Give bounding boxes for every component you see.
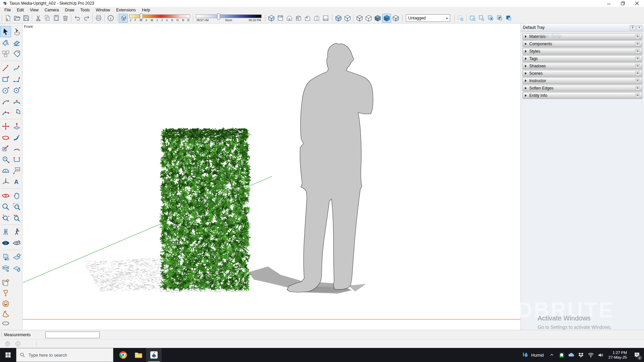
- menu-window[interactable]: Window: [93, 7, 113, 13]
- tool-three-d-text-button[interactable]: A: [11, 176, 22, 187]
- tool-extension-c-button[interactable]: [0, 262, 11, 274]
- view-iso-button[interactable]: [267, 14, 276, 23]
- help-info-icon[interactable]: [15, 341, 21, 347]
- tray-panel-soften-edges[interactable]: Soften Edges✕: [523, 85, 642, 92]
- tool-look-around-button[interactable]: [0, 237, 11, 248]
- tool-eraser-button[interactable]: [11, 37, 22, 48]
- tool-dimension-button[interactable]: [11, 154, 22, 165]
- dropbox-icon[interactable]: [577, 351, 585, 359]
- tool-make-component-button[interactable]: [0, 48, 11, 59]
- style-hidden-line-button[interactable]: [364, 14, 373, 23]
- tool-lasso-button[interactable]: [11, 26, 22, 37]
- plugin-ellipse-light-button[interactable]: [0, 319, 11, 329]
- minimize-button[interactable]: [602, 0, 616, 7]
- style-back-edges-button[interactable]: [343, 14, 352, 23]
- panel-close-icon[interactable]: ✕: [635, 94, 640, 98]
- menu-camera[interactable]: Camera: [42, 7, 62, 13]
- tool-rotate-button[interactable]: [0, 132, 11, 143]
- time-slider-thumb[interactable]: [217, 13, 220, 19]
- print-button[interactable]: [94, 14, 103, 23]
- chevron-up-icon[interactable]: [548, 351, 555, 359]
- tool-paint-bucket-button[interactable]: [0, 37, 11, 48]
- wifi-icon[interactable]: [587, 351, 594, 359]
- menu-tools[interactable]: Tools: [77, 7, 93, 13]
- tool-select-button[interactable]: [0, 26, 11, 37]
- panel-close-icon[interactable]: ✕: [635, 42, 640, 46]
- tray-panel-scenes[interactable]: Scenes✕: [523, 70, 642, 77]
- tray-panel-instructor[interactable]: Instructor✕: [523, 77, 642, 84]
- sel-nested-button[interactable]: [486, 14, 495, 23]
- tool-offset-button[interactable]: [11, 143, 22, 154]
- save-button[interactable]: [21, 14, 31, 23]
- view-left-button[interactable]: [312, 14, 321, 23]
- restore-button[interactable]: [616, 0, 630, 7]
- tool-follow-me-button[interactable]: [11, 132, 22, 143]
- tool-axes-button[interactable]: [0, 176, 11, 187]
- model-info-button[interactable]: [106, 14, 115, 23]
- close-button[interactable]: [630, 0, 644, 7]
- style-shaded-with-textures-button[interactable]: [382, 14, 391, 23]
- tray-panel-styles[interactable]: Styles✕: [523, 48, 642, 55]
- menu-edit[interactable]: Edit: [14, 7, 27, 13]
- tool-extension-d-button[interactable]: [11, 262, 22, 274]
- tool-three-point-arc-button[interactable]: [0, 107, 11, 118]
- tool-extension-b-button[interactable]: [11, 251, 22, 262]
- copy-button[interactable]: [43, 14, 52, 23]
- tool-zoom-previous-button[interactable]: [11, 212, 22, 223]
- tool-zoom-button[interactable]: [0, 201, 11, 212]
- view-front-button[interactable]: [285, 14, 294, 23]
- redo-button[interactable]: [82, 14, 91, 23]
- tool-polygon-button[interactable]: [11, 84, 22, 96]
- remote-app-icon[interactable]: [558, 351, 565, 359]
- sel-corner-button[interactable]: [468, 14, 477, 23]
- tray-header[interactable]: Default Tray ✕: [521, 23, 644, 32]
- tool-circle-button[interactable]: [0, 84, 11, 96]
- plugin-omni-light-button[interactable]: [0, 298, 11, 309]
- taskbar-search[interactable]: Type here to search: [16, 348, 113, 362]
- taskbar-app-sketchup[interactable]: [146, 348, 162, 362]
- tool-rotated-rectangle-button[interactable]: [11, 73, 22, 84]
- menu-view[interactable]: View: [27, 7, 42, 13]
- tool-walk-button[interactable]: [11, 226, 22, 237]
- 3d-canvas[interactable]: [22, 23, 520, 330]
- shadow-date-slider[interactable]: JFMAMJJASOND: [129, 14, 190, 22]
- view-top-button[interactable]: [276, 14, 285, 23]
- volume-icon[interactable]: [597, 351, 604, 359]
- tool-line-button[interactable]: [0, 62, 11, 73]
- tool-position-camera-button[interactable]: [0, 226, 11, 237]
- plugin-render-scene-button[interactable]: [0, 278, 11, 288]
- sel-small-button[interactable]: [477, 14, 486, 23]
- shadow-time-slider[interactable]: 05:57 AMNoon06:15 PM: [196, 14, 262, 22]
- tool-protractor-button[interactable]: [0, 165, 11, 176]
- tool-pie-button[interactable]: [11, 107, 22, 118]
- undo-button[interactable]: [73, 14, 82, 23]
- taskbar-clock[interactable]: 1:27 PM 27-May-25: [606, 350, 629, 360]
- tool-section-plane-button[interactable]: [11, 237, 22, 248]
- view-bottom-button[interactable]: [321, 14, 330, 23]
- taskbar-app-chrome[interactable]: [115, 348, 131, 362]
- plugin-ies-light-button[interactable]: [0, 309, 11, 319]
- style-wireframe-button[interactable]: [355, 14, 364, 23]
- date-slider-thumb[interactable]: [140, 13, 143, 19]
- tool-two-point-arc-button[interactable]: [11, 96, 22, 107]
- paste-button[interactable]: [52, 14, 61, 23]
- panel-close-icon[interactable]: ✕: [635, 57, 640, 61]
- tool-text-button[interactable]: A1: [11, 165, 22, 176]
- tray-panel-materials[interactable]: Materials✕: [523, 33, 642, 40]
- erase-button[interactable]: [61, 14, 70, 23]
- tool-arc-button[interactable]: [0, 96, 11, 107]
- cut-button[interactable]: [34, 14, 43, 23]
- tray-pin-icon[interactable]: [630, 25, 635, 30]
- panel-close-icon[interactable]: ✕: [635, 71, 640, 76]
- tool-rectangle-button[interactable]: [0, 73, 11, 84]
- sel-solid-button[interactable]: [504, 14, 513, 23]
- tool-freehand-button[interactable]: [11, 62, 22, 73]
- panel-close-icon[interactable]: ✕: [635, 86, 640, 90]
- tool-orbit-button[interactable]: [0, 190, 11, 201]
- view-right-button[interactable]: [294, 14, 303, 23]
- tool-scale-button[interactable]: [0, 143, 11, 154]
- panel-close-icon[interactable]: ✕: [635, 79, 640, 83]
- tool-zoom-extents-button[interactable]: [0, 212, 11, 223]
- tool-move-button[interactable]: [0, 121, 11, 132]
- tool-push-pull-button[interactable]: [11, 121, 22, 132]
